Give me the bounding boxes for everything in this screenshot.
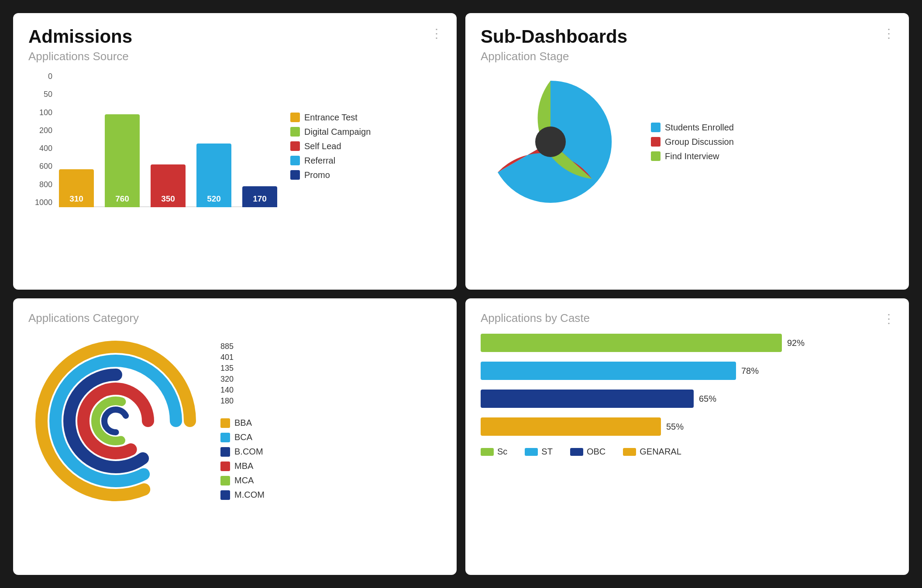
horiz-bar-value: 65% [699,394,725,404]
horizontal-bar-row: 78% [481,362,894,380]
bar-chart: 1000 800 600 400 200 100 50 0 310 760 35… [28,72,277,220]
horizontal-bars: 92% 78% 65% 55% [481,334,894,436]
caste-legend-item: GENARAL [623,447,681,457]
admissions-title: Admissions [28,26,441,47]
pie-area: Students EnrolledGroup DiscussionFind In… [481,72,894,212]
bar-item: 310 [59,72,94,207]
legend-item: Entrance Test [290,113,378,123]
bars-container: 310 760 350 520 170 [59,72,277,207]
admissions-card: Admissions Applications Source ⋮ 1000 80… [13,13,457,290]
horizontal-bar-row: 65% [481,390,894,408]
legend-item: M.COM [220,490,308,500]
bar-item: 760 [105,72,140,207]
caste-legend-item: Sc [481,447,507,457]
legend-item: Group Discussion [651,137,738,147]
horizontal-bar-row: 55% [481,417,894,436]
horiz-bar-fill [481,390,694,408]
svg-point-0 [535,126,566,157]
horiz-bar-fill [481,334,782,352]
ring-chart [28,334,203,508]
sub-dashboards-title: Sub-Dashboards [481,26,894,47]
bar-item: 170 [242,72,277,207]
ring-legend: BBABCAB.COMMBAMCAM.COM [220,418,308,500]
applications-category-title: Applications Category [28,311,441,325]
card1-menu[interactable]: ⋮ [430,26,444,41]
horiz-bar-value: 78% [741,366,767,376]
legend-item: BBA [220,418,308,428]
legend-item: Self Lead [290,141,378,151]
legend-item: Find Interview [651,151,738,161]
bar-chart-legend: Entrance TestDigital CampaignSelf LeadRe… [290,113,378,180]
horiz-bar-value: 92% [787,338,813,348]
legend-item: B.COM [220,447,308,457]
applications-by-caste-title: Applications by Caste [481,311,894,325]
horiz-bar-fill [481,417,661,436]
caste-legend-item: ST [525,447,553,457]
ring-values: 885 401 135 320 140 180 [220,342,308,406]
legend-item: MBA [220,461,308,471]
card2-menu[interactable]: ⋮ [883,26,896,41]
legend-item: Promo [290,170,378,180]
caste-legend-item: OBC [570,447,605,457]
legend-item: MCA [220,475,308,485]
card4-menu[interactable]: ⋮ [883,311,896,326]
applications-by-caste-card: Applications by Caste ⋮ 92% 78% 65% 55% … [465,298,909,575]
legend-item: BCA [220,432,308,442]
pie-legend: Students EnrolledGroup DiscussionFind In… [651,123,738,161]
pie-chart [481,72,620,212]
applications-source-title: Applications Source [28,50,441,63]
svg-point-6 [104,410,127,432]
legend-item: Referral [290,156,378,166]
application-stage-title: Application Stage [481,50,894,63]
legend-item: Students Enrolled [651,123,738,133]
bar-item: 520 [196,72,231,207]
applications-category-card: Applications Category 885 401 [13,298,457,575]
horizontal-bar-row: 92% [481,334,894,352]
legend-item: Digital Campaign [290,127,378,137]
bar-item: 350 [151,72,186,207]
horiz-bar-fill [481,362,736,380]
horiz-bar-value: 55% [666,422,692,432]
y-axis: 1000 800 600 400 200 100 50 0 [28,72,57,207]
caste-legend: ScSTOBCGENARAL [481,447,894,457]
ring-chart-area: 885 401 135 320 140 180 BBABCAB.COMMBAMC… [28,334,441,508]
sub-dashboards-card: Sub-Dashboards Application Stage ⋮ Stude… [465,13,909,290]
